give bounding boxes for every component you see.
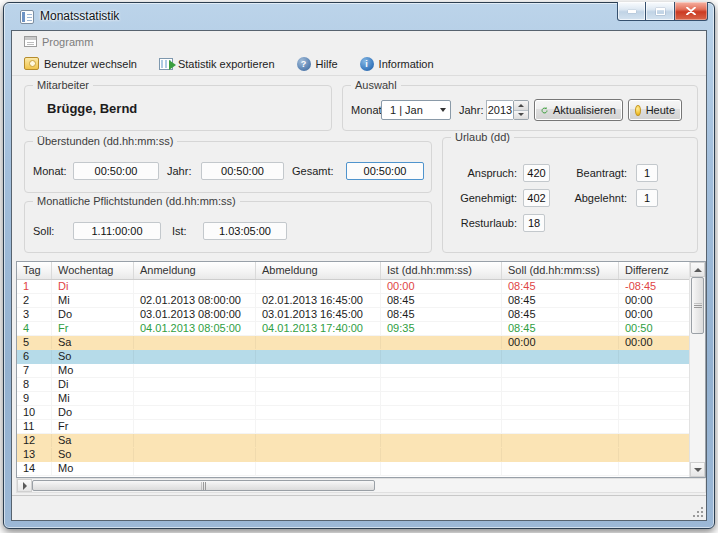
maximize-button[interactable] bbox=[646, 2, 674, 21]
close-icon bbox=[686, 7, 696, 15]
cell-differenz bbox=[619, 350, 689, 363]
column-header-soll[interactable]: Soll (dd.hh:mm:ss) bbox=[502, 262, 619, 279]
title-bar[interactable]: Monatsstatistik bbox=[4, 3, 714, 30]
cell-abmeldung: 02.01.2013 16:45:00 bbox=[256, 294, 381, 307]
refresh-button[interactable]: Aktualisieren bbox=[534, 99, 623, 121]
resize-grip[interactable] bbox=[693, 507, 703, 517]
cell-soll: 08:45 bbox=[502, 308, 619, 321]
cell-ist bbox=[381, 406, 502, 419]
cell-soll: 08:45 bbox=[502, 280, 619, 293]
cell-abmeldung bbox=[256, 336, 381, 349]
today-icon bbox=[635, 105, 641, 116]
cell-differenz bbox=[619, 434, 689, 447]
export-label: Statistik exportieren bbox=[178, 58, 275, 70]
vertical-scroll-thumb[interactable] bbox=[691, 277, 704, 334]
scroll-up-button[interactable] bbox=[690, 262, 705, 277]
info-icon: i bbox=[360, 57, 374, 71]
table-row[interactable]: 9Mi bbox=[17, 392, 689, 406]
soll-value: 1.11:00:00 bbox=[73, 222, 161, 240]
app-window: Monatsstatistik Programm Benutzer wechse… bbox=[3, 2, 715, 529]
horizontal-scroll-thumb[interactable] bbox=[32, 480, 375, 491]
cell-soll: 00:00 bbox=[502, 336, 619, 349]
cell-ist bbox=[381, 434, 502, 447]
cell-differenz: -08:45 bbox=[619, 280, 689, 293]
jahr-label: Jahr: bbox=[459, 101, 483, 119]
statistics-table: TagWochentagAnmeldungAbmeldungIst (dd.hh… bbox=[16, 261, 706, 478]
horizontal-scrollbar[interactable] bbox=[16, 478, 706, 493]
cell-tag: 7 bbox=[17, 364, 52, 377]
table-row[interactable]: 13So bbox=[17, 448, 689, 462]
cell-wochentag: Do bbox=[52, 308, 134, 321]
cell-abmeldung bbox=[256, 434, 381, 447]
caption-buttons bbox=[617, 2, 708, 21]
cell-wochentag: Fr bbox=[52, 420, 134, 433]
scroll-right-button[interactable] bbox=[17, 479, 32, 492]
table-row[interactable]: 5Sa00:0000:00 bbox=[17, 336, 689, 350]
year-input[interactable]: 2013 bbox=[486, 100, 513, 120]
table-row[interactable]: 8Di bbox=[17, 378, 689, 392]
column-header-anmeldung[interactable]: Anmeldung bbox=[134, 262, 256, 279]
close-button[interactable] bbox=[674, 2, 708, 21]
table-header: TagWochentagAnmeldungAbmeldungIst (dd.hh… bbox=[17, 262, 705, 280]
table-row[interactable]: 6So bbox=[17, 350, 689, 364]
cell-abmeldung bbox=[256, 462, 381, 475]
refresh-label: Aktualisieren bbox=[553, 104, 616, 116]
menu-item-programm[interactable]: Programm bbox=[19, 34, 98, 50]
vertical-scrollbar[interactable] bbox=[689, 262, 705, 477]
table-row[interactable]: 12Sa bbox=[17, 434, 689, 448]
minimize-icon bbox=[628, 10, 636, 13]
menu-item-label: Programm bbox=[42, 36, 93, 48]
cell-soll bbox=[502, 364, 619, 377]
cell-tag: 1 bbox=[17, 280, 52, 293]
group-pflichtstunden: Monatliche Pflichtstunden (dd.hh:mm:ss) … bbox=[24, 201, 432, 253]
cell-wochentag: Sa bbox=[52, 336, 134, 349]
column-header-ist[interactable]: Ist (dd.hh:mm:ss) bbox=[381, 262, 502, 279]
today-button[interactable]: Heute bbox=[628, 99, 682, 121]
spin-down-icon bbox=[518, 113, 524, 116]
monat-label: Monat: bbox=[351, 101, 385, 119]
month-combobox-value: 1 | Jan bbox=[382, 104, 436, 116]
table-row[interactable]: 14Mo bbox=[17, 462, 689, 476]
cell-soll bbox=[502, 406, 619, 419]
cell-differenz bbox=[619, 378, 689, 391]
ueberstunden-monat-label: Monat: bbox=[33, 162, 67, 180]
cell-ist: 08:45 bbox=[381, 294, 502, 307]
cell-soll: 08:45 bbox=[502, 322, 619, 335]
table-row[interactable]: 7Mo bbox=[17, 364, 689, 378]
cell-ist bbox=[381, 336, 502, 349]
cell-anmeldung bbox=[134, 406, 256, 419]
column-header-tag[interactable]: Tag bbox=[17, 262, 52, 279]
cell-anmeldung bbox=[134, 462, 256, 475]
group-label-urlaub: Urlaub (dd) bbox=[451, 131, 514, 143]
table-row[interactable]: 11Fr bbox=[17, 420, 689, 434]
cell-ist bbox=[381, 392, 502, 405]
cell-ist: 08:45 bbox=[381, 308, 502, 321]
spin-up-icon bbox=[518, 104, 524, 107]
group-auswahl: Auswahl Monat: 1 | Jan Jahr: 2013 Aktual… bbox=[342, 85, 698, 131]
cell-differenz bbox=[619, 364, 689, 377]
switch-user-button[interactable]: Benutzer wechseln bbox=[20, 55, 141, 72]
information-button[interactable]: i Information bbox=[356, 55, 438, 73]
cell-tag: 8 bbox=[17, 378, 52, 391]
column-header-wochentag[interactable]: Wochentag bbox=[52, 262, 134, 279]
column-header-differenz[interactable]: Differenz bbox=[619, 262, 689, 279]
minimize-button[interactable] bbox=[617, 2, 646, 21]
export-statistics-button[interactable]: Statistik exportieren bbox=[155, 56, 279, 72]
table-row[interactable]: 1Di00:0008:45-08:45 bbox=[17, 280, 689, 294]
scroll-down-button[interactable] bbox=[690, 462, 705, 477]
table-row[interactable]: 10Do bbox=[17, 406, 689, 420]
cell-tag: 4 bbox=[17, 322, 52, 335]
year-spin-up-button[interactable] bbox=[514, 101, 528, 110]
column-header-abmeldung[interactable]: Abmeldung bbox=[256, 262, 381, 279]
help-button[interactable]: ? Hilfe bbox=[293, 55, 342, 73]
cell-anmeldung: 02.01.2013 08:00:00 bbox=[134, 294, 256, 307]
cell-wochentag: Mo bbox=[52, 364, 134, 377]
table-row[interactable]: 2Mi02.01.2013 08:00:0002.01.2013 16:45:0… bbox=[17, 294, 689, 308]
cell-abmeldung bbox=[256, 364, 381, 377]
cell-anmeldung bbox=[134, 420, 256, 433]
table-row[interactable]: 3Do03.01.2013 08:00:0003.01.2013 16:45:0… bbox=[17, 308, 689, 322]
month-combobox[interactable]: 1 | Jan bbox=[381, 100, 451, 120]
year-spin-down-button[interactable] bbox=[514, 110, 528, 120]
table-row[interactable]: 4Fr04.01.2013 08:05:0004.01.2013 17:40:0… bbox=[17, 322, 689, 336]
app-icon bbox=[20, 10, 34, 24]
